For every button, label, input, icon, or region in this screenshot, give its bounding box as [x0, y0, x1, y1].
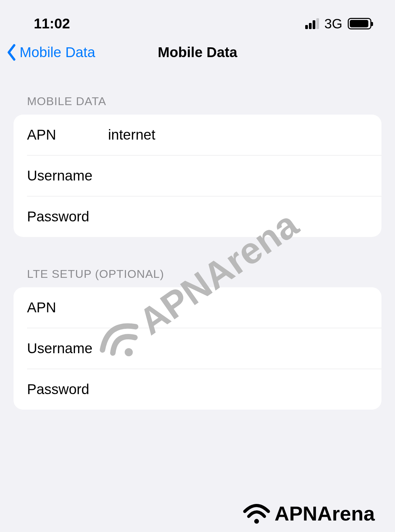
- username-input[interactable]: [108, 168, 368, 184]
- network-type-label: 3G: [324, 16, 342, 31]
- back-button-label: Mobile Data: [20, 44, 95, 61]
- section-card-mobile-data: APN Username Password: [14, 115, 381, 237]
- back-button[interactable]: Mobile Data: [7, 44, 95, 61]
- row-label-password: Password: [27, 209, 108, 225]
- row-lte-username[interactable]: Username: [14, 328, 381, 369]
- section-header-mobile-data: MOBILE DATA: [14, 95, 381, 115]
- lte-password-input[interactable]: [108, 381, 368, 397]
- row-label-username: Username: [27, 168, 108, 184]
- status-right: 3G: [305, 16, 371, 31]
- status-time: 11:02: [34, 16, 70, 32]
- wifi-icon: [241, 502, 272, 525]
- row-label-lte-username: Username: [27, 340, 108, 357]
- apn-input[interactable]: [108, 127, 368, 143]
- watermark-bottom-text: APNArena: [274, 502, 375, 525]
- navigation-bar: Mobile Data Mobile Data: [0, 34, 395, 68]
- password-input[interactable]: [108, 209, 368, 225]
- row-username[interactable]: Username: [14, 155, 381, 196]
- content: MOBILE DATA APN Username Password LTE SE…: [0, 95, 395, 410]
- row-label-lte-password: Password: [27, 381, 108, 397]
- row-lte-apn[interactable]: APN: [14, 287, 381, 328]
- lte-username-input[interactable]: [108, 340, 368, 357]
- row-lte-password[interactable]: Password: [14, 369, 381, 410]
- cellular-signal-icon: [305, 18, 319, 29]
- battery-icon: [348, 18, 371, 29]
- section-card-lte-setup: APN Username Password: [14, 287, 381, 410]
- row-label-lte-apn: APN: [27, 299, 108, 316]
- page-title: Mobile Data: [158, 44, 237, 61]
- status-bar: 11:02 3G: [0, 0, 395, 34]
- watermark-bottom: APNArena: [241, 502, 375, 525]
- svg-point-1: [254, 519, 259, 524]
- row-apn[interactable]: APN: [14, 115, 381, 155]
- row-password[interactable]: Password: [14, 196, 381, 237]
- row-label-apn: APN: [27, 127, 108, 143]
- section-header-lte-setup: LTE SETUP (OPTIONAL): [14, 267, 381, 287]
- chevron-left-icon: [7, 44, 17, 61]
- lte-apn-input[interactable]: [108, 299, 368, 316]
